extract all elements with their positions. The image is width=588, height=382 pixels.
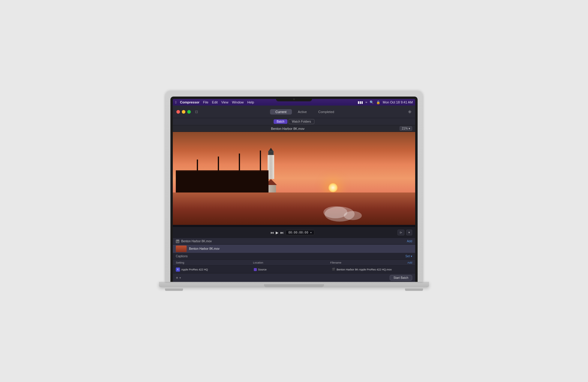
laptop-container:  Compressor File Edit View Window Help … xyxy=(165,91,423,291)
captions-set-button[interactable]: Set ▾ xyxy=(405,255,412,258)
batch-item-name: Benton Harbor 8K.mov xyxy=(189,247,220,250)
transport-right: ⊳ ▾ xyxy=(398,230,412,235)
screen-bezel:  Compressor File Edit View Window Help … xyxy=(170,97,418,282)
batch-add-button[interactable]: Add xyxy=(407,240,412,243)
toolbar-tabs: Current Active Completed xyxy=(202,109,408,115)
captions-label: Captions xyxy=(176,255,405,258)
settings-header: Setting Location Filename Add xyxy=(173,260,415,266)
filename-bar: Benton Harbor 8K.mov 21% ▾ xyxy=(173,125,415,132)
setting-col-header: Setting xyxy=(176,261,253,264)
pier-post-2 xyxy=(218,157,219,172)
minimize-button[interactable] xyxy=(182,110,185,114)
hinge xyxy=(264,284,324,287)
lock-icon: 🔒 xyxy=(376,100,380,104)
timeline-scrubber[interactable] xyxy=(173,225,415,227)
location-icon xyxy=(254,268,257,271)
sidebar-toggle-icon[interactable]: ⊡ xyxy=(195,110,198,114)
bottom-bar: + ▾ Start Batch xyxy=(173,273,415,282)
menubar-items: File Edit View Window Help xyxy=(203,100,254,104)
setting-icon-letter: C xyxy=(177,268,178,270)
batch-item-thumbnail xyxy=(176,246,187,252)
app-name: Compressor xyxy=(180,100,200,104)
foot-right xyxy=(405,288,423,291)
transport-bar: ⏮ ▶ ⏭ 00:00:00:00 ▾ ⊳ ▾ xyxy=(173,227,415,238)
batch-item[interactable]: Benton Harbor 8K.mov xyxy=(173,245,415,253)
sun-element xyxy=(328,183,338,192)
skip-back-button[interactable]: ⏮ xyxy=(270,231,274,235)
pier-post-4 xyxy=(260,151,261,172)
skip-forward-button[interactable]: ⏭ xyxy=(280,231,284,235)
tab-current[interactable]: Current xyxy=(270,109,292,115)
screen:  Compressor File Edit View Window Help … xyxy=(173,99,415,282)
output-filename-col: 🎬 Benton Harbor 8K-Apple ProRes 422 HQ.m… xyxy=(332,267,412,272)
output-file-icon: 🎬 xyxy=(332,268,335,271)
toolbar: ⊡ Current Active Completed ⁜ xyxy=(173,106,415,118)
play-button[interactable]: ▶ xyxy=(276,231,278,235)
layout-icon[interactable]: ⁜ xyxy=(408,109,412,114)
filename-col-header: Filename xyxy=(330,261,407,264)
menu-help[interactable]: Help xyxy=(247,100,254,104)
pier-post-1 xyxy=(197,160,198,172)
apple-logo-icon:  xyxy=(175,100,176,104)
battery-icon: ▮▮▮ xyxy=(358,100,363,104)
start-batch-button[interactable]: Start Batch xyxy=(390,275,412,281)
zoom-selector[interactable]: 21% ▾ xyxy=(400,126,412,131)
batch-file-header: 🎬 Benton Harbor 8K.mov Add xyxy=(173,238,415,245)
settings-data-row[interactable]: C Apple ProRes 422 HQ Source 🎬 Benton Ha… xyxy=(173,266,415,273)
location-col-header: Location xyxy=(253,261,330,264)
timecode-display: 00:00:00:00 ▾ xyxy=(286,230,314,235)
output-filename: Benton Harbor 8K-Apple ProRes 422 HQ.mov xyxy=(337,268,392,271)
datetime: Mon Oct 18 9:41 AM xyxy=(383,100,413,104)
camera-dot xyxy=(293,98,295,100)
out-point-button[interactable]: ▾ xyxy=(406,230,412,235)
transport-controls: ⏮ ▶ ⏭ 00:00:00:00 ▾ xyxy=(270,230,314,235)
expand-button[interactable]: ▾ xyxy=(179,276,181,279)
laptop-base xyxy=(159,282,429,287)
setting-col: C Apple ProRes 422 HQ xyxy=(176,267,254,272)
pier xyxy=(173,141,282,192)
pier-post-3 xyxy=(239,154,240,172)
location-col: Source xyxy=(254,267,332,272)
menu-file[interactable]: File xyxy=(203,100,208,104)
window-controls: ⊡ xyxy=(173,110,202,114)
tab-active[interactable]: Active xyxy=(292,109,312,115)
laptop-lid:  Compressor File Edit View Window Help … xyxy=(165,91,423,282)
settings-add-button[interactable]: Add xyxy=(407,261,412,264)
settings-cols: C Apple ProRes 422 HQ Source 🎬 Benton Ha… xyxy=(176,267,412,272)
batch-button[interactable]: Batch xyxy=(274,119,287,124)
add-setting-button[interactable]: + xyxy=(176,275,178,280)
location-name: Source xyxy=(258,268,332,271)
captions-row: Captions Set ▾ xyxy=(173,253,415,260)
wifi-icon: ≈ xyxy=(365,100,367,104)
video-filename: Benton Harbor 8K.mov xyxy=(176,127,400,130)
tab-completed[interactable]: Completed xyxy=(313,109,340,115)
maximize-button[interactable] xyxy=(187,110,191,114)
menu-edit[interactable]: Edit xyxy=(212,100,218,104)
foot-left xyxy=(165,288,183,291)
watch-folders-button[interactable]: Watch Folders xyxy=(289,119,314,124)
water xyxy=(173,192,415,225)
thumbnail-image xyxy=(176,246,187,252)
zoom-control: 21% ▾ xyxy=(400,126,412,131)
video-preview xyxy=(173,132,415,225)
close-button[interactable] xyxy=(176,110,180,114)
menubar-left:  Compressor File Edit View Window Help xyxy=(175,100,254,104)
menubar-right: ▮▮▮ ≈ 🔍 🔒 Mon Oct 18 9:41 AM xyxy=(358,100,413,104)
menu-window[interactable]: Window xyxy=(232,100,244,104)
in-point-button[interactable]: ⊳ xyxy=(398,230,404,235)
file-icon: 🎬 xyxy=(176,240,179,243)
subtitle-bar: Batch Watch Folders xyxy=(173,118,415,125)
setting-type-icon: C xyxy=(176,267,180,272)
search-icon[interactable]: 🔍 xyxy=(370,100,374,104)
wave-3 xyxy=(325,207,355,222)
pier-deck xyxy=(176,172,268,192)
camera-notch xyxy=(276,97,312,101)
menu-view[interactable]: View xyxy=(221,100,229,104)
setting-name: Apple ProRes 422 HQ xyxy=(181,268,254,271)
batch-source-name: Benton Harbor 8K.mov xyxy=(181,240,212,243)
zoom-value: 21% xyxy=(402,127,408,130)
laptop-feet xyxy=(156,288,432,291)
toolbar-right: ⁜ xyxy=(408,109,415,114)
